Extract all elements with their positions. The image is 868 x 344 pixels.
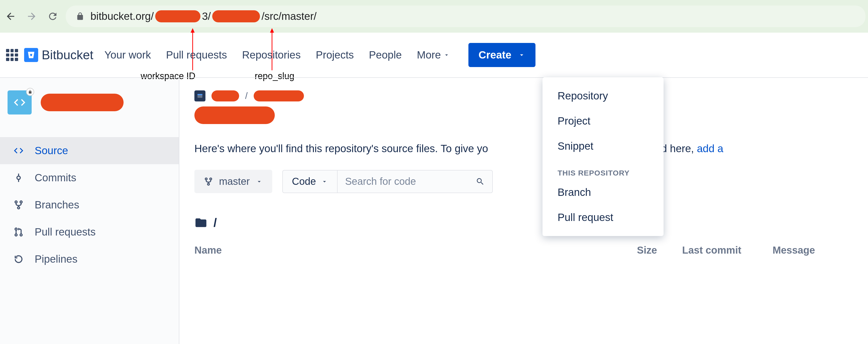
top-nav: Bitbucket Your work Pull requests Reposi… xyxy=(0,33,868,78)
svg-point-4 xyxy=(17,176,20,179)
brand-text: Bitbucket xyxy=(42,48,93,62)
nav-pull-requests[interactable]: Pull requests xyxy=(166,49,227,61)
dropdown-pull-request[interactable]: Pull request xyxy=(542,205,663,230)
browser-chrome: bitbucket.org/ 3/ /src/master/ xyxy=(0,0,868,33)
code-search-group: Code xyxy=(282,170,493,193)
col-size[interactable]: Size xyxy=(637,245,682,256)
branch-selector[interactable]: master xyxy=(194,170,272,193)
pull-request-icon xyxy=(12,226,25,238)
arrow-right-icon xyxy=(26,11,37,22)
dropdown-project[interactable]: Project xyxy=(542,108,663,133)
code-dropdown[interactable]: Code xyxy=(283,170,338,193)
add-readme-link[interactable]: add a xyxy=(697,143,723,154)
dropdown-repository[interactable]: Repository xyxy=(542,83,663,108)
sidebar-item-label: Pipelines xyxy=(35,253,78,265)
sidebar-item-commits[interactable]: Commits xyxy=(0,164,179,191)
branches-icon xyxy=(12,199,25,211)
sidebar: Source Commits Branches Pull requests xyxy=(0,78,179,344)
search-icon[interactable] xyxy=(468,177,492,186)
col-message[interactable]: Message xyxy=(773,245,853,256)
lock-icon xyxy=(76,12,84,21)
commits-icon xyxy=(12,172,25,184)
sidebar-item-label: Branches xyxy=(35,199,79,211)
svg-point-15 xyxy=(205,178,207,180)
nav-more-label: More xyxy=(417,49,441,61)
bitbucket-icon xyxy=(27,51,35,59)
address-bar[interactable]: bitbucket.org/ 3/ /src/master/ xyxy=(66,5,866,27)
url-prefix: bitbucket.org/ xyxy=(90,10,154,22)
folder-icon xyxy=(194,216,208,229)
bitbucket-logo-mark xyxy=(24,48,38,62)
chevron-down-icon xyxy=(443,52,450,58)
col-name[interactable]: Name xyxy=(194,245,637,256)
nav-items: Your work Pull requests Repositories Pro… xyxy=(104,49,450,61)
redacted-repo-name xyxy=(41,94,124,111)
lock-badge-icon xyxy=(26,88,34,96)
create-button[interactable]: Create xyxy=(468,43,535,67)
dropdown-heading: THIS REPOSITORY xyxy=(542,159,663,180)
repo-description: Here's where you'll find this repository… xyxy=(194,143,853,155)
svg-point-8 xyxy=(20,201,22,203)
code-label: Code xyxy=(292,176,316,187)
repo-header xyxy=(0,78,179,127)
svg-marker-1 xyxy=(191,28,195,33)
breadcrumb-icon xyxy=(194,90,206,101)
svg-point-12 xyxy=(20,234,22,236)
file-table-header: Name Size Last commit Message xyxy=(194,245,853,261)
svg-point-9 xyxy=(18,207,20,209)
sidebar-item-branches[interactable]: Branches xyxy=(0,191,179,218)
svg-point-10 xyxy=(15,228,17,230)
nav-your-work[interactable]: Your work xyxy=(104,49,151,61)
main: / Here's where you'll find this reposito… xyxy=(179,78,868,344)
sidebar-item-source[interactable]: Source xyxy=(0,137,179,164)
url-mid: 3/ xyxy=(202,10,211,22)
sidebar-item-pull-requests[interactable]: Pull requests xyxy=(0,218,179,246)
sidebar-list: Source Commits Branches Pull requests xyxy=(0,127,179,283)
nav-projects[interactable]: Projects xyxy=(316,49,354,61)
arrow-left-icon xyxy=(5,11,16,22)
svg-point-16 xyxy=(210,178,212,180)
redacted-repo xyxy=(212,10,260,22)
back-button[interactable] xyxy=(5,11,16,22)
reload-icon xyxy=(47,11,58,22)
chevron-down-icon xyxy=(518,51,525,59)
chevron-down-icon xyxy=(256,178,263,185)
chevron-down-icon xyxy=(321,178,328,185)
create-dropdown: Repository Project Snippet THIS REPOSITO… xyxy=(542,77,663,236)
code-search-input[interactable] xyxy=(338,176,468,187)
content: Source Commits Branches Pull requests xyxy=(0,78,868,344)
dropdown-branch[interactable]: Branch xyxy=(542,180,663,205)
svg-point-7 xyxy=(15,201,17,203)
forward-button[interactable] xyxy=(26,11,37,22)
pipelines-icon xyxy=(12,253,25,265)
svg-point-17 xyxy=(208,183,210,185)
url-suffix: /src/master/ xyxy=(261,10,316,22)
desc-lead: Here's where you'll find this repository… xyxy=(194,143,488,154)
col-last-commit[interactable]: Last commit xyxy=(682,245,773,256)
code-icon xyxy=(13,96,26,109)
nav-people[interactable]: People xyxy=(369,49,402,61)
create-label: Create xyxy=(478,49,512,61)
svg-point-11 xyxy=(15,234,17,236)
sidebar-item-label: Source xyxy=(35,145,68,157)
bitbucket-logo[interactable]: Bitbucket xyxy=(24,48,93,62)
redacted-workspace-bc[interactable] xyxy=(212,90,239,101)
path-sep: / xyxy=(214,216,217,229)
repo-avatar[interactable] xyxy=(7,90,32,115)
dropdown-snippet[interactable]: Snippet xyxy=(542,133,663,159)
branch-icon xyxy=(204,177,213,186)
breadcrumb: / xyxy=(194,90,853,101)
nav-more[interactable]: More xyxy=(417,49,450,61)
app-switcher-icon[interactable] xyxy=(6,49,18,61)
source-toolbar: master Code xyxy=(194,170,853,193)
url-text: bitbucket.org/ 3/ /src/master/ xyxy=(90,10,317,22)
source-icon xyxy=(12,145,25,157)
redacted-repo-title xyxy=(194,106,275,124)
svg-rect-14 xyxy=(197,94,203,95)
redacted-workspace xyxy=(155,10,200,22)
redacted-repo-bc[interactable] xyxy=(254,90,304,101)
reload-button[interactable] xyxy=(47,11,58,22)
sidebar-item-pipelines[interactable]: Pipelines xyxy=(0,246,179,273)
nav-repositories[interactable]: Repositories xyxy=(242,49,301,61)
breadcrumb-sep: / xyxy=(245,91,248,101)
